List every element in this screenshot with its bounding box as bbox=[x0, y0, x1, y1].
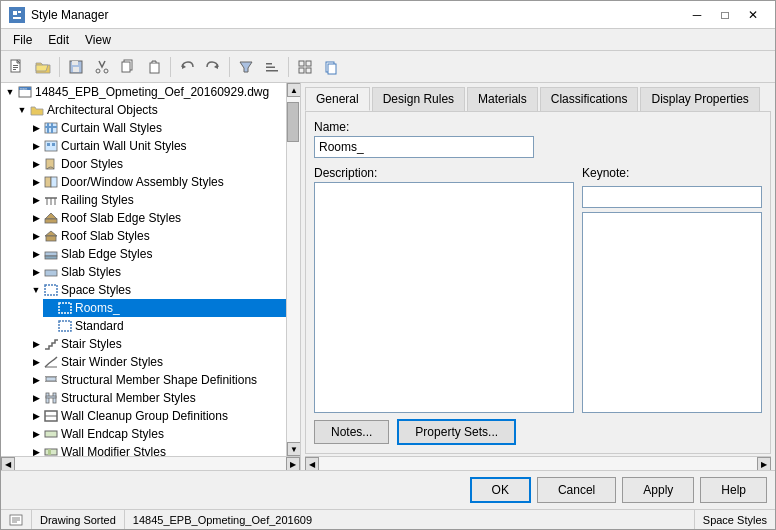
bottom-buttons: OK Cancel Apply Help bbox=[1, 470, 775, 509]
maximize-button[interactable]: □ bbox=[711, 5, 739, 25]
sws-toggle[interactable]: ▶ bbox=[29, 355, 43, 369]
tree-view[interactable]: ▼ DWG 14845_EPB_Opmeting_Oef_20160929.dw… bbox=[1, 83, 286, 456]
scroll-track-h[interactable] bbox=[15, 457, 286, 470]
notes-button[interactable]: Notes... bbox=[314, 420, 389, 444]
rses-icon bbox=[43, 210, 59, 226]
sms-icon bbox=[43, 390, 59, 406]
ss-toggle[interactable]: ▶ bbox=[29, 265, 43, 279]
ds-toggle[interactable]: ▶ bbox=[29, 157, 43, 171]
tree-curtain-wall-unit-styles[interactable]: ▶ Curtain Wall Unit Styles bbox=[29, 137, 286, 155]
arch-toggle[interactable]: ▼ bbox=[15, 103, 29, 117]
svg-rect-37 bbox=[47, 143, 50, 146]
tree-door-window-assembly[interactable]: ▶ Door/Window Assembly Styles bbox=[29, 173, 286, 191]
name-input[interactable] bbox=[314, 136, 534, 158]
cut-button[interactable] bbox=[90, 55, 114, 79]
description-textarea[interactable] bbox=[314, 182, 574, 413]
tab-materials[interactable]: Materials bbox=[467, 87, 538, 111]
duplicate-button[interactable] bbox=[319, 55, 343, 79]
ds-icon bbox=[43, 156, 59, 172]
scroll-up-btn[interactable]: ▲ bbox=[287, 83, 300, 97]
new-button[interactable] bbox=[5, 55, 29, 79]
tree-standard[interactable]: ▶ Standard bbox=[43, 317, 286, 335]
view-button[interactable] bbox=[293, 55, 317, 79]
tab-design-rules[interactable]: Design Rules bbox=[372, 87, 465, 111]
wes-toggle[interactable]: ▶ bbox=[29, 427, 43, 441]
tree-railing-styles[interactable]: ▶ Railing Styles bbox=[29, 191, 286, 209]
menu-bar: File Edit View bbox=[1, 29, 775, 51]
tree-root[interactable]: ▼ DWG 14845_EPB_Opmeting_Oef_20160929.dw… bbox=[1, 83, 286, 101]
stair-toggle[interactable]: ▶ bbox=[29, 337, 43, 351]
tree-rooms[interactable]: ▶ Rooms_ bbox=[43, 299, 286, 317]
space-toggle[interactable]: ▼ bbox=[29, 283, 43, 297]
tree-roof-slab-styles[interactable]: ▶ Roof Slab Styles bbox=[29, 227, 286, 245]
tree-space-styles[interactable]: ▼ Space Styles bbox=[29, 281, 286, 299]
filter-button[interactable] bbox=[234, 55, 258, 79]
cwus-icon bbox=[43, 138, 59, 154]
tab-general[interactable]: General bbox=[305, 87, 370, 111]
scroll-down-btn[interactable]: ▼ bbox=[287, 442, 300, 456]
redo-button[interactable] bbox=[201, 55, 225, 79]
sort-button[interactable] bbox=[260, 55, 284, 79]
tree-stair-styles[interactable]: ▶ Stair Styles bbox=[29, 335, 286, 353]
paste-button[interactable] bbox=[142, 55, 166, 79]
tree-wall-cleanup-groups[interactable]: ▶ Wall Cleanup Group Definitions bbox=[29, 407, 286, 425]
rses-toggle[interactable]: ▶ bbox=[29, 211, 43, 225]
tree-arch-objects[interactable]: ▼ Architectural Objects bbox=[15, 101, 286, 119]
ses-toggle[interactable]: ▶ bbox=[29, 247, 43, 261]
tree-slab-styles[interactable]: ▶ Slab Styles bbox=[29, 263, 286, 281]
apply-button[interactable]: Apply bbox=[622, 477, 694, 503]
svg-rect-40 bbox=[45, 177, 51, 187]
svg-rect-65 bbox=[45, 431, 57, 437]
ok-button[interactable]: OK bbox=[470, 477, 531, 503]
copy-button[interactable] bbox=[116, 55, 140, 79]
scroll-track-v[interactable] bbox=[287, 97, 300, 442]
tree-wall-endcap-styles[interactable]: ▶ Wall Endcap Styles bbox=[29, 425, 286, 443]
minimize-button[interactable]: ─ bbox=[683, 5, 711, 25]
title-bar: Style Manager ─ □ ✕ bbox=[1, 1, 775, 29]
wms-toggle[interactable]: ▶ bbox=[29, 445, 43, 456]
help-button[interactable]: Help bbox=[700, 477, 767, 503]
dwa-toggle[interactable]: ▶ bbox=[29, 175, 43, 189]
root-toggle[interactable]: ▼ bbox=[3, 85, 17, 99]
svg-rect-62 bbox=[46, 396, 56, 398]
scroll-thumb-v[interactable] bbox=[287, 102, 299, 142]
tree-curtain-wall-styles[interactable]: ▶ Curtain Wall Styles bbox=[29, 119, 286, 137]
menu-file[interactable]: File bbox=[5, 31, 40, 49]
right-scroll-left[interactable]: ◀ bbox=[305, 457, 319, 470]
right-scroll-track[interactable] bbox=[319, 457, 757, 470]
wcg-toggle[interactable]: ▶ bbox=[29, 409, 43, 423]
cws-toggle[interactable]: ▶ bbox=[29, 121, 43, 135]
tree-struct-member-shape[interactable]: ▶ Structural Member Shape Definitions bbox=[29, 371, 286, 389]
cancel-button[interactable]: Cancel bbox=[537, 477, 616, 503]
save-button[interactable] bbox=[64, 55, 88, 79]
keynote-input[interactable] bbox=[582, 186, 762, 208]
tree-scrollbar-v[interactable]: ▲ ▼ bbox=[286, 83, 300, 456]
tab-display-properties[interactable]: Display Properties bbox=[640, 87, 759, 111]
tree-roof-slab-edge-styles[interactable]: ▶ Roof Slab Edge Styles bbox=[29, 209, 286, 227]
svg-rect-10 bbox=[72, 61, 78, 65]
tree-struct-member-styles[interactable]: ▶ Structural Member Styles bbox=[29, 389, 286, 407]
keynote-label: Keynote: bbox=[582, 166, 762, 180]
tree-slab-edge-styles[interactable]: ▶ Slab Edge Styles bbox=[29, 245, 286, 263]
undo-button[interactable] bbox=[175, 55, 199, 79]
rss-toggle[interactable]: ▶ bbox=[29, 229, 43, 243]
menu-view[interactable]: View bbox=[77, 31, 119, 49]
right-scroll-right[interactable]: ▶ bbox=[757, 457, 771, 470]
menu-edit[interactable]: Edit bbox=[40, 31, 77, 49]
sms-toggle[interactable]: ▶ bbox=[29, 391, 43, 405]
scroll-right-btn[interactable]: ▶ bbox=[286, 457, 300, 470]
tree-stair-winder-styles[interactable]: ▶ Stair Winder Styles bbox=[29, 353, 286, 371]
tree-item-label: Slab Edge Styles bbox=[61, 247, 152, 261]
scroll-left-btn[interactable]: ◀ bbox=[1, 457, 15, 470]
tree-item-label: Structural Member Shape Definitions bbox=[61, 373, 257, 387]
dwg-icon: DWG bbox=[17, 84, 33, 100]
tree-door-styles[interactable]: ▶ Door Styles bbox=[29, 155, 286, 173]
close-button[interactable]: ✕ bbox=[739, 5, 767, 25]
cwus-toggle[interactable]: ▶ bbox=[29, 139, 43, 153]
tree-wall-modifier-styles[interactable]: ▶ Wall Modifier Styles bbox=[29, 443, 286, 456]
open-button[interactable] bbox=[31, 55, 55, 79]
smsd-toggle[interactable]: ▶ bbox=[29, 373, 43, 387]
rs-toggle[interactable]: ▶ bbox=[29, 193, 43, 207]
tab-classifications[interactable]: Classifications bbox=[540, 87, 639, 111]
property-sets-button[interactable]: Property Sets... bbox=[397, 419, 516, 445]
